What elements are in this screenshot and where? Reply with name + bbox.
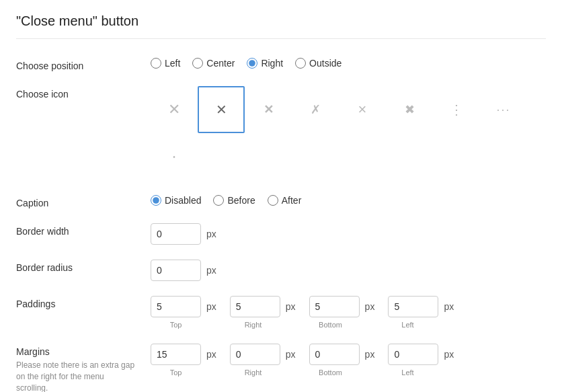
margin-left-unit: px	[444, 344, 454, 365]
paddings-label: Paddings	[16, 296, 151, 309]
caption-radio-before[interactable]	[213, 195, 224, 206]
padding-top-unit: px	[206, 296, 216, 317]
icon-x-thin[interactable]: ✕	[151, 86, 198, 133]
margin-left-input[interactable]	[388, 344, 438, 365]
position-radio-group: Left Center Right Outside	[151, 58, 546, 69]
border-radius-input[interactable]	[151, 260, 201, 281]
icon-x-bold-1[interactable]: ✕	[245, 86, 292, 133]
caption-label: Caption	[16, 195, 151, 208]
margins-row: Margins Please note there is an extra ga…	[16, 344, 546, 392]
border-radius-unit: px	[206, 265, 216, 276]
position-option-center[interactable]: Center	[192, 58, 235, 69]
paddings-sublabels: Top Right Bottom Left	[151, 319, 546, 329]
padding-bottom-unit: px	[365, 296, 375, 317]
padding-bottom-input[interactable]	[309, 296, 360, 317]
icon-x-serif[interactable]: ✖	[386, 86, 433, 133]
position-row: Choose position Left Center Right Outsid…	[16, 58, 546, 71]
position-radio-outside[interactable]	[295, 58, 306, 69]
position-radio-center[interactable]	[192, 58, 203, 69]
icon-x-medium[interactable]: ✕	[198, 86, 245, 133]
paddings-group: px px px px	[151, 296, 546, 317]
border-width-group: px	[151, 223, 546, 245]
border-width-unit: px	[206, 229, 216, 239]
border-radius-row: Border radius px	[16, 260, 546, 281]
margin-right-unit: px	[286, 344, 296, 365]
margin-top-sublabel: Top	[151, 368, 201, 377]
margins-group: px px px px	[151, 344, 546, 365]
margin-top-group	[151, 344, 201, 365]
caption-radio-after[interactable]	[268, 195, 278, 206]
margin-left-group	[388, 344, 438, 365]
padding-left-group	[388, 296, 438, 317]
margins-sublabel: Please note there is an extra gap on the…	[16, 360, 137, 392]
icon-x-light[interactable]: ×	[339, 86, 386, 133]
padding-left-unit: px	[444, 296, 454, 317]
border-radius-label: Border radius	[16, 260, 151, 273]
position-option-left[interactable]: Left	[151, 58, 180, 69]
padding-left-input[interactable]	[388, 296, 438, 317]
margin-left-sublabel: Left	[383, 368, 433, 377]
page-title: "Close menu" button	[16, 13, 546, 39]
margins-label: Margins	[16, 346, 151, 357]
caption-row: Caption Disabled Before After	[16, 195, 546, 208]
caption-option-disabled[interactable]: Disabled	[151, 195, 201, 206]
margin-top-unit: px	[206, 344, 216, 365]
padding-right-input[interactable]	[230, 296, 280, 317]
margin-bottom-sublabel: Bottom	[305, 368, 356, 377]
padding-bottom-sublabel: Bottom	[305, 321, 356, 329]
margins-label-group: Margins Please note there is an extra ga…	[16, 344, 151, 392]
caption-option-before[interactable]: Before	[213, 195, 255, 206]
position-option-outside[interactable]: Outside	[295, 58, 342, 69]
border-width-input[interactable]	[151, 223, 201, 245]
margin-top-input[interactable]	[151, 344, 201, 365]
padding-top-input[interactable]	[151, 296, 201, 317]
icon-grid: ✕ ✕ ✕ ✗ × ✖ ⋮ ··· •	[151, 86, 546, 180]
position-option-right[interactable]: Right	[247, 58, 283, 69]
position-radio-left[interactable]	[151, 58, 161, 69]
margin-bottom-input[interactable]	[309, 344, 360, 365]
padding-right-sublabel: Right	[228, 321, 278, 329]
margin-right-group	[230, 344, 280, 365]
position-label: Choose position	[16, 58, 151, 71]
icon-label: Choose icon	[16, 86, 151, 100]
icon-dots-h[interactable]: ···	[480, 86, 527, 133]
position-radio-right[interactable]	[247, 58, 257, 69]
border-width-label: Border width	[16, 223, 151, 237]
margins-sublabels: Top Right Bottom Left	[151, 366, 546, 377]
padding-bottom-group	[309, 296, 360, 317]
padding-right-unit: px	[286, 296, 296, 317]
margin-right-input[interactable]	[230, 344, 280, 365]
icon-dot[interactable]: •	[151, 133, 198, 180]
padding-left-sublabel: Left	[383, 321, 433, 329]
icon-row: Choose icon ✕ ✕ ✕ ✗ × ✖ ⋮ ··· •	[16, 86, 546, 180]
caption-radio-disabled[interactable]	[151, 195, 161, 206]
padding-right-group	[230, 296, 280, 317]
margin-bottom-unit: px	[365, 344, 375, 365]
paddings-row: Paddings px px px px	[16, 296, 546, 329]
icon-x-bold-2[interactable]: ✗	[292, 86, 339, 133]
border-radius-group: px	[151, 260, 546, 281]
border-width-row: Border width px	[16, 223, 546, 245]
padding-top-sublabel: Top	[151, 321, 201, 329]
icon-dots-v[interactable]: ⋮	[433, 86, 480, 133]
margin-right-sublabel: Right	[228, 368, 278, 377]
caption-radio-group: Disabled Before After	[151, 195, 546, 206]
caption-option-after[interactable]: After	[268, 195, 302, 206]
margin-bottom-group	[309, 344, 360, 365]
padding-top-group	[151, 296, 201, 317]
